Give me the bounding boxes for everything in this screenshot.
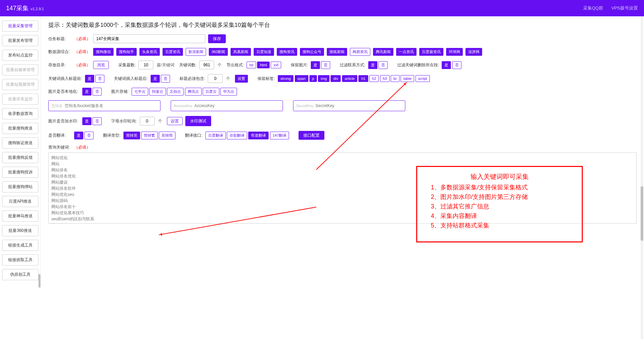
wm-set-button[interactable]: 设置 — [167, 117, 183, 125]
source-360新闻[interactable]: 360新闻 — [209, 48, 228, 56]
sidebar-item-批量360推送[interactable]: 批量360推送 — [2, 225, 38, 236]
keep-tag-p[interactable]: p — [309, 75, 317, 82]
keep-tag-span[interactable]: span — [295, 75, 308, 82]
watermark-是[interactable]: 是 — [82, 117, 91, 125]
must-set-button[interactable]: 设置 — [235, 75, 248, 83]
vps-dial-link[interactable]: VPS拨号设置 — [611, 5, 638, 11]
sidebar-item-百度API推送[interactable]: 百度API推送 — [2, 196, 38, 207]
secretkey-field[interactable]: SecretKey — [293, 100, 405, 111]
translate-api-147翻译[interactable]: 147翻译 — [270, 132, 289, 139]
keep-tag-table[interactable]: table — [401, 75, 414, 82]
keep-tag-h3[interactable]: h3 — [380, 75, 390, 82]
source-环球网[interactable]: 环球网 — [446, 48, 463, 56]
translate-type-简转繁[interactable]: 简转繁 — [141, 132, 158, 139]
bucket-field[interactable]: 空间名 — [48, 100, 160, 111]
image-store-腾讯云[interactable]: 腾讯云 — [185, 88, 202, 96]
insert-before-是[interactable]: 是 — [85, 75, 94, 83]
sidebar-item-链接生成工具[interactable]: 链接生成工具 — [2, 240, 38, 251]
browse-button[interactable]: 浏览 — [93, 61, 109, 69]
localize-是[interactable]: 是 — [82, 88, 91, 96]
image-store-华为云[interactable]: 华为云 — [220, 88, 237, 96]
source-搜狐新闻[interactable]: 搜狐新闻 — [327, 48, 347, 56]
keep-tag-br[interactable]: br — [391, 75, 400, 82]
export-format-xxf[interactable]: xxf — [271, 62, 281, 68]
source-头条资讯[interactable]: 头条资讯 — [139, 48, 160, 56]
qq-group-link[interactable]: 采集QQ群 — [583, 5, 603, 11]
sk-input[interactable] — [316, 103, 402, 108]
keep-img-否[interactable]: 否 — [321, 61, 330, 69]
keep-tag-div[interactable]: div — [331, 75, 341, 82]
keep-tag-strong[interactable]: strong — [278, 75, 294, 82]
wm-interval-input[interactable] — [140, 117, 155, 125]
filter-kw-是[interactable]: 是 — [442, 61, 451, 69]
source-腾讯新闻[interactable]: 腾讯新闻 — [373, 48, 393, 56]
translate-api-百度翻译[interactable]: 百度翻译 — [205, 132, 226, 139]
wm-test-button[interactable]: 水印测试 — [185, 116, 211, 126]
watermark-否[interactable]: 否 — [92, 117, 102, 125]
accesskey-field[interactable]: AccessKey — [171, 100, 283, 111]
sidebar-item-批量搜狗投诉[interactable]: 批量搜狗投诉 — [2, 167, 38, 178]
export-format-txt[interactable]: txt — [247, 62, 256, 68]
keep-tag-h2[interactable]: h2 — [369, 75, 379, 82]
translate-api-谷歌翻译[interactable]: 谷歌翻译 — [227, 132, 247, 139]
sidebar-item-批量发布管理[interactable]: 批量发布管理 — [2, 35, 38, 46]
keep-tag-script[interactable]: script — [416, 75, 430, 82]
translate-type-简转英[interactable]: 简转英 — [123, 132, 140, 139]
bucket-input[interactable] — [65, 103, 157, 108]
task-title-input[interactable] — [93, 34, 205, 43]
translate-是[interactable]: 是 — [74, 132, 83, 139]
insert-after-否[interactable]: 否 — [161, 75, 170, 83]
image-store-七牛云[interactable]: 七牛云 — [132, 88, 148, 96]
page-scrollbar-track[interactable] — [641, 16, 643, 288]
sidebar-item-批量搜狗反馈[interactable]: 批量搜狗反馈 — [2, 152, 38, 163]
source-百度知道[interactable]: 百度知道 — [254, 48, 274, 56]
translate-否[interactable]: 否 — [84, 132, 94, 139]
source-网易资讯[interactable]: 网易资讯 — [350, 48, 370, 56]
sidebar-scrollbar[interactable] — [38, 274, 40, 288]
ak-input[interactable] — [194, 103, 280, 108]
sidebar-item-批量神马推送[interactable]: 批量神马推送 — [2, 210, 38, 222]
save-button[interactable]: 保存 — [208, 34, 226, 43]
translate-type-英转简[interactable]: 英转简 — [159, 132, 175, 139]
count-input[interactable] — [138, 61, 153, 69]
sidebar-item-发布站点监控[interactable]: 发布站点监控 — [2, 50, 38, 61]
keep-tag-article[interactable]: article — [342, 75, 357, 82]
filter-contact-否[interactable]: 否 — [378, 61, 388, 69]
sidebar-item-批量搜狗绑站[interactable]: 批量搜狗绑站 — [2, 181, 38, 192]
page-scrollbar-thumb[interactable] — [641, 186, 643, 241]
source-百度最资讯[interactable]: 百度最资讯 — [419, 48, 443, 56]
translate-api-有道翻译[interactable]: 有道翻译 — [248, 132, 269, 139]
sidebar-item-收录数据查询[interactable]: 收录数据查询 — [2, 108, 38, 119]
sidebar-item-批量采集管理[interactable]: 批量采集管理 — [2, 20, 38, 32]
sidebar-item-批量搜狗推送[interactable]: 批量搜狗推送 — [2, 123, 38, 134]
insert-before-否[interactable]: 否 — [95, 75, 104, 83]
image-store-阿里云[interactable]: 阿里云 — [149, 88, 166, 96]
image-store-百度云[interactable]: 百度云 — [203, 88, 219, 96]
localize-否[interactable]: 否 — [92, 88, 102, 96]
image-store-又拍云[interactable]: 又拍云 — [167, 88, 184, 96]
keep-tag-h1[interactable]: h1 — [358, 75, 368, 82]
kw-input[interactable] — [199, 61, 214, 69]
source-搜狗知乎[interactable]: 搜狗知乎 — [116, 48, 137, 56]
must-input[interactable] — [208, 74, 223, 83]
source-新浪新闻[interactable]: 新浪新闻 — [186, 48, 206, 56]
keep-tag-img[interactable]: img — [318, 75, 329, 82]
keyword-line: 网站优化 — [51, 155, 633, 161]
filter-contact-是[interactable]: 是 — [368, 61, 377, 69]
source-百度资讯[interactable]: 百度资讯 — [163, 48, 183, 56]
sidebar-item-搜狗验证推送[interactable]: 搜狗验证推送 — [2, 137, 38, 149]
insert-after-是[interactable]: 是 — [151, 75, 160, 83]
export-format-html[interactable]: html — [257, 62, 270, 68]
source-一点资讯[interactable]: 一点资讯 — [396, 48, 417, 56]
sidebar-item-伪原创工具[interactable]: 伪原创工具 — [2, 269, 38, 280]
api-config-button[interactable]: 接口配置 — [299, 131, 324, 140]
source-搜狗微信[interactable]: 搜狗微信 — [93, 48, 114, 56]
source-搜狗公众号[interactable]: 搜狗公众号 — [300, 48, 324, 56]
sidebar-item-链接抓取工具[interactable]: 链接抓取工具 — [2, 254, 38, 266]
filter-kw-否[interactable]: 否 — [452, 61, 461, 69]
export-label: 导出格式: — [226, 62, 244, 68]
keep-img-是[interactable]: 是 — [311, 61, 320, 69]
source-澎湃网[interactable]: 澎湃网 — [465, 48, 482, 56]
source-凤凰新闻[interactable]: 凤凰新闻 — [231, 48, 251, 56]
source-搜狗资讯[interactable]: 搜狗资讯 — [277, 48, 297, 56]
